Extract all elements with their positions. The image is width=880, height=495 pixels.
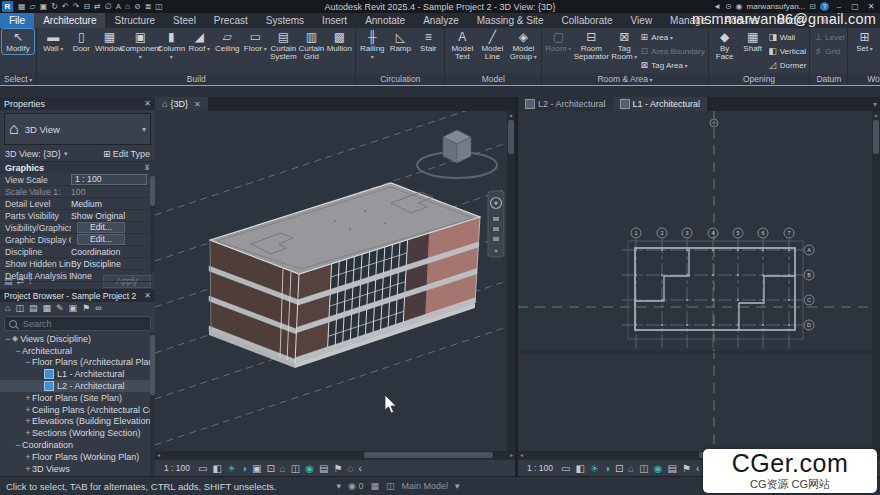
tab-list-icon[interactable]: ▾	[873, 97, 880, 111]
shadows-icon[interactable]: ◑	[604, 463, 610, 474]
screen-record-icon[interactable]: ▣▾	[815, 13, 839, 28]
print-icon[interactable]: ⊟	[83, 2, 90, 11]
views-icon[interactable]: ◫	[15, 303, 24, 313]
prop-row-default-analysis[interactable]: Default Analysis Dis...None	[0, 270, 155, 282]
close-icon[interactable]: ✕	[144, 99, 151, 108]
panel-label-select[interactable]: Select	[0, 73, 36, 85]
navigation-bar[interactable]: ▾	[488, 191, 504, 257]
plan-walls[interactable]	[635, 248, 795, 330]
tab-l1-architectural[interactable]: L1 - Architectural	[613, 97, 708, 111]
tab-view[interactable]: View	[622, 13, 662, 28]
chevron-down-icon[interactable]: ▾	[455, 481, 460, 491]
ribbon-tool-roof[interactable]: ◢Roof	[185, 29, 213, 54]
restore-button[interactable]: ▢	[849, 2, 861, 11]
measure-icon[interactable]: ∅	[105, 2, 112, 11]
ribbon-tool-floor[interactable]: ▭Floor	[241, 29, 269, 54]
orbit-icon[interactable]	[493, 237, 499, 241]
store-cart-icon[interactable]: ⊟	[809, 2, 816, 11]
save-icon[interactable]: ▣	[40, 2, 48, 11]
pan-icon[interactable]	[493, 217, 499, 221]
ribbon-tool-model-text[interactable]: AModel Text	[447, 29, 477, 63]
tree-l1-architectural[interactable]: L1 - Architectural	[0, 368, 155, 380]
expand-icon[interactable]: ‹	[358, 463, 361, 474]
ribbon-tool-column[interactable]: ▮Column	[157, 29, 185, 63]
ribbon-tool-room-separator[interactable]: ⊟Room Separator	[572, 29, 610, 63]
tab-file[interactable]: File	[0, 13, 34, 28]
crop-view-icon[interactable]: ⊡	[266, 463, 274, 474]
prop-row-parts-visibility[interactable]: Parts VisibilityShow Original	[0, 210, 155, 222]
prop-row-detail-level[interactable]: Detail LevelMedium	[0, 198, 155, 210]
shadows-icon[interactable]: ◑	[241, 463, 247, 474]
ribbon-tool-ramp[interactable]: ◺Ramp	[386, 29, 414, 54]
refresh-icon[interactable]: ↻	[51, 2, 58, 11]
canvas-3d[interactable]: ▾	[155, 111, 507, 451]
sheet-icon[interactable]: ▣	[69, 303, 78, 313]
prop-row-graphic-display[interactable]: Graphic Display Op...Edit...	[0, 234, 155, 246]
vertical-scrollbar[interactable]: ▴	[872, 111, 880, 451]
ribbon-tool-dormer[interactable]: ◿Dormer	[768, 58, 807, 72]
unlocked-view-icon[interactable]: ◫	[639, 463, 648, 474]
tree-floor-plans-architectural[interactable]: −Floor Plans (Architectural Plan)	[0, 357, 155, 369]
search-input[interactable]	[21, 318, 125, 330]
ribbon-tool-grid[interactable]: ♯Grid	[813, 44, 844, 58]
chevron-down-icon[interactable]: ▾	[337, 481, 342, 491]
tab-massing-site[interactable]: Massing & Site	[468, 13, 553, 28]
tab-l2-architectural[interactable]: L2 - Architectural	[518, 97, 613, 111]
tab-systems[interactable]: Systems	[257, 13, 313, 28]
open-icon[interactable]: ▱	[30, 2, 36, 11]
tree-l2-architectural[interactable]: L2 - Architectural	[0, 380, 155, 392]
thin-lines-icon[interactable]: ≣	[145, 2, 152, 11]
redo-icon[interactable]: ↷	[73, 2, 80, 11]
undo-icon[interactable]: ↶	[62, 2, 69, 11]
ribbon-tool-shaft[interactable]: ▦Shaft	[739, 29, 767, 54]
tab-modify[interactable]: Modify	[768, 13, 815, 28]
design-options-icon[interactable]: ◫	[386, 481, 395, 491]
ribbon-tool-vertical-opening[interactable]: ◧Vertical	[768, 44, 807, 58]
schedule-icon[interactable]: ▦	[42, 303, 51, 313]
sun-path-icon[interactable]: ☀	[590, 463, 599, 474]
expand-icon[interactable]: ‹	[696, 463, 699, 474]
tab-structure[interactable]: Structure	[105, 13, 164, 28]
edit-type-button[interactable]: ⊞Edit Type	[103, 149, 150, 159]
ribbon-tool-railing[interactable]: ╫Railing	[358, 29, 386, 63]
help-icon[interactable]: ?	[820, 2, 829, 11]
view-scale-control[interactable]: 1 : 100	[524, 462, 556, 474]
ribbon-tool-wall[interactable]: ▬Wall	[39, 29, 67, 54]
unlocked-view-icon[interactable]: ◫	[291, 463, 300, 474]
visual-style-icon[interactable]: ◧	[212, 463, 221, 474]
temporary-properties-icon[interactable]: ⚑	[333, 463, 342, 474]
link-icon[interactable]: ∞	[95, 303, 101, 313]
reveal-hidden-icon[interactable]: ▤	[319, 463, 328, 474]
tree-3d-views[interactable]: +3D Views	[0, 463, 155, 475]
zoom-icon[interactable]	[493, 227, 499, 231]
pin-icon[interactable]: ⊼	[144, 164, 150, 172]
ribbon-tool-modify[interactable]: ↖ Modify	[2, 29, 34, 54]
viewport-plan[interactable]: L2 - Architectural L1 - Architectural ▾	[518, 97, 880, 476]
tab-architecture[interactable]: Architecture	[34, 13, 105, 28]
ribbon-tool-ceiling[interactable]: ▱Ceiling	[213, 29, 241, 54]
prop-row-show-hidden-lines[interactable]: Show Hidden LinesBy Discipline	[0, 258, 155, 270]
structural-grid-lines[interactable]	[622, 239, 803, 348]
tab-add-ins[interactable]: Add-Ins	[715, 13, 767, 28]
rendering-dialog-icon[interactable]: ▣	[252, 463, 261, 474]
crop-region-icon[interactable]: ▭	[198, 463, 207, 474]
switch-windows-icon[interactable]: ◫	[155, 2, 163, 11]
temporary-hide-icon[interactable]: ◉	[305, 463, 314, 474]
ribbon-tool-level[interactable]: ⊥Level	[813, 30, 844, 44]
ribbon-tool-curtain-grid[interactable]: ▥Curtain Grid	[297, 29, 325, 63]
close-button[interactable]: ✕	[865, 2, 877, 11]
panel-label-room-area[interactable]: Room & Area	[542, 73, 707, 85]
canvas-plan[interactable]: 12 34 56 7 AB CD	[518, 111, 872, 451]
close-view-icon[interactable]: ✕	[194, 100, 201, 109]
active-model-label[interactable]: Main Model	[401, 481, 448, 491]
prop-row-visibility-graphics[interactable]: Visibility/Graphics ...Edit...	[0, 222, 155, 234]
back-icon[interactable]: ◄	[713, 2, 721, 11]
tree-floor-plans-site[interactable]: +Floor Plans (Site Plan)	[0, 392, 155, 404]
ribbon-tool-room[interactable]: ▢Room	[544, 29, 572, 54]
tree-floor-plans-working[interactable]: +Floor Plans (Working Plan)	[0, 451, 155, 463]
text-icon[interactable]: A	[116, 2, 121, 11]
type-selector[interactable]: ⌂ 3D View ▾	[4, 113, 151, 145]
constraints-icon[interactable]: ◌	[347, 463, 353, 474]
sun-path-icon[interactable]: ☀	[227, 463, 236, 474]
tree-ceiling-plans[interactable]: +Ceiling Plans (Architectural Ceiling Pl…	[0, 404, 155, 416]
